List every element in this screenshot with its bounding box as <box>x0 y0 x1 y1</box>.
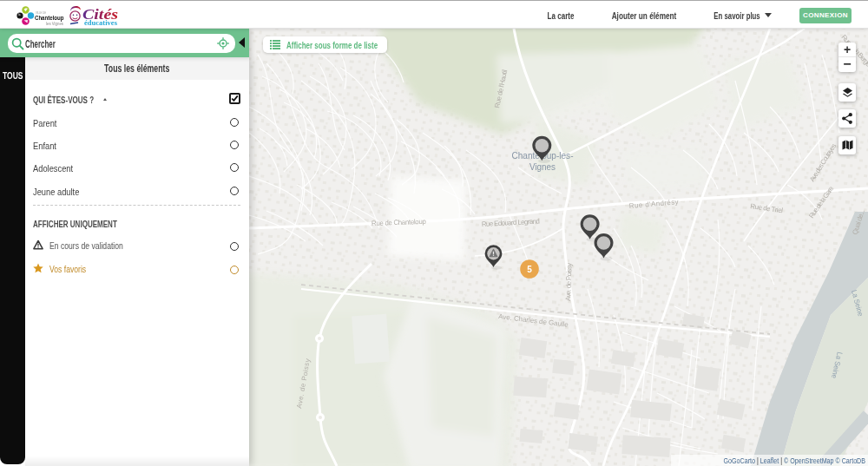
svg-text:Ave. de Poissy: Ave. de Poissy <box>564 263 574 301</box>
svg-text:5: 5 <box>527 265 532 274</box>
svg-text:la: la <box>18 13 21 16</box>
svg-text:les Vignes: les Vignes <box>46 22 64 26</box>
svg-text:éducatives: éducatives <box>84 19 117 27</box>
